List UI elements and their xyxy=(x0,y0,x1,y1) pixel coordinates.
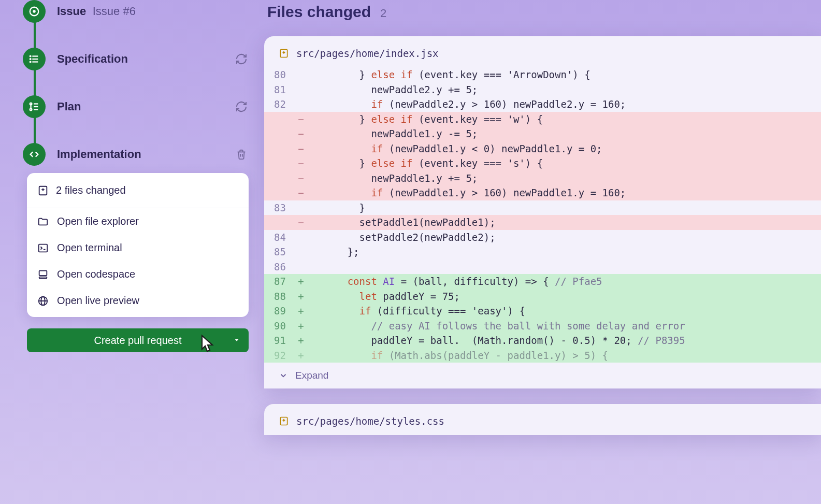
step-title: Issue xyxy=(57,5,86,18)
file-header[interactable]: src/pages/home/index.jsx xyxy=(264,36,821,67)
line-number: 91 xyxy=(264,333,292,348)
file-path: src/pages/home/styles.css xyxy=(296,415,444,427)
code-content: const AI = (ball, difficulty) => { // Pf… xyxy=(310,274,821,289)
diff-marker: − xyxy=(292,171,310,186)
open-terminal[interactable]: Open terminal xyxy=(27,235,249,261)
code-content: paddleY = ball. (Math.random() - 0.5) * … xyxy=(310,333,821,348)
code-content: newPaddle1.y += 5; xyxy=(310,171,821,186)
diff-file-card: src/pages/home/index.jsx 80 } else if (e… xyxy=(264,36,821,388)
diff-marker xyxy=(292,67,310,82)
line-number: 85 xyxy=(264,244,292,260)
open-live-preview[interactable]: Open live preview xyxy=(27,287,249,317)
diff-file-card: src/pages/home/styles.css xyxy=(264,404,821,435)
line-number xyxy=(264,141,292,156)
line-number xyxy=(264,126,292,141)
step-plan[interactable]: Plan xyxy=(10,95,249,118)
svg-marker-24 xyxy=(235,339,239,341)
files-changed-label: 2 files changed xyxy=(56,184,126,196)
line-number: 80 xyxy=(264,67,292,82)
diff-marker: − xyxy=(292,215,310,230)
expand-button[interactable]: Expand xyxy=(264,363,821,388)
timeline-connector xyxy=(34,10,36,150)
diff-line[interactable]: 85 }; xyxy=(264,244,821,260)
diff-code-table: 80 } else if (event.key === 'ArrowDown')… xyxy=(264,67,821,363)
code-content: if (newPaddle1.y > 160) newPaddle1.y = 1… xyxy=(310,185,821,200)
files-changed-summary[interactable]: 2 files changed xyxy=(27,173,249,208)
step-subtitle: Issue #6 xyxy=(93,5,136,18)
code-icon xyxy=(23,143,46,166)
diff-line[interactable]: 83 } xyxy=(264,200,821,215)
cta-label: Create pull request xyxy=(94,335,182,347)
ordered-list-icon xyxy=(23,95,46,118)
code-content: if (difficulty === 'easy') { xyxy=(310,304,821,319)
diff-marker: + xyxy=(292,274,310,289)
diff-line[interactable]: − if (newPaddle1.y < 0) newPaddle1.y = 0… xyxy=(264,141,821,156)
open-file-explorer[interactable]: Open file explorer xyxy=(27,208,249,235)
diff-line[interactable]: 87+ const AI = (ball, difficulty) => { /… xyxy=(264,274,821,289)
line-number: 83 xyxy=(264,200,292,215)
code-content: // easy AI follows the ball with some de… xyxy=(310,319,821,334)
code-content: setPaddle2(newPaddle2); xyxy=(310,230,821,245)
diff-line[interactable]: 82 if (newPaddle2.y > 160) newPaddle2.y … xyxy=(264,97,821,112)
code-content: } else if (event.key === 's') { xyxy=(310,156,821,171)
diff-marker: − xyxy=(292,156,310,171)
svg-point-5 xyxy=(30,56,31,57)
diff-line[interactable]: 84 setPaddle2(newPaddle2); xyxy=(264,230,821,245)
line-number: 92 xyxy=(264,348,292,363)
create-pull-request-button[interactable]: Create pull request xyxy=(27,328,249,352)
diff-line[interactable]: − if (newPaddle1.y > 160) newPaddle1.y =… xyxy=(264,185,821,200)
diff-line[interactable]: 80 } else if (event.key === 'ArrowDown')… xyxy=(264,67,821,82)
svg-rect-19 xyxy=(39,270,47,275)
caret-down-icon[interactable] xyxy=(233,335,240,347)
card-item-label: Open codespace xyxy=(57,268,135,280)
file-header[interactable]: src/pages/home/styles.css xyxy=(264,404,821,435)
svg-point-9 xyxy=(30,109,32,111)
diff-line[interactable]: 90+ // easy AI follows the ball with som… xyxy=(264,319,821,334)
diff-line[interactable]: 89+ if (difficulty === 'easy') { xyxy=(264,304,821,319)
diff-line[interactable]: 81 newPaddle2.y += 5; xyxy=(264,82,821,97)
main-panel: Files changed 2 src/pages/home/index.jsx… xyxy=(264,0,821,504)
diff-line[interactable]: 92+ if (Math.abs(paddleY - paddle1.y) > … xyxy=(264,348,821,363)
line-number: 87 xyxy=(264,274,292,289)
diff-line[interactable]: 88+ let paddleY = 75; xyxy=(264,289,821,304)
svg-rect-17 xyxy=(39,244,48,252)
diff-line[interactable]: − newPaddle1.y -= 5; xyxy=(264,126,821,141)
file-path: src/pages/home/index.jsx xyxy=(296,48,439,59)
code-content xyxy=(310,260,821,275)
code-content: if (newPaddle2.y > 160) newPaddle2.y = 1… xyxy=(310,97,821,112)
refresh-icon[interactable] xyxy=(234,99,249,114)
implementation-card: 2 files changed Open file explorer Open … xyxy=(27,173,249,317)
files-count-badge: 2 xyxy=(380,7,386,20)
line-number xyxy=(264,112,292,127)
code-content: newPaddle2.y += 5; xyxy=(310,82,821,97)
step-issue[interactable]: Issue Issue #6 xyxy=(10,0,249,23)
refresh-icon[interactable] xyxy=(234,52,249,66)
diff-line[interactable]: − } else if (event.key === 'w') { xyxy=(264,112,821,127)
step-specification[interactable]: Specification xyxy=(10,48,249,70)
line-number: 81 xyxy=(264,82,292,97)
diff-line[interactable]: 91+ paddleY = ball. (Math.random() - 0.5… xyxy=(264,333,821,348)
diff-line[interactable]: − newPaddle1.y += 5; xyxy=(264,171,821,186)
diff-marker: − xyxy=(292,185,310,200)
diff-marker xyxy=(292,200,310,215)
step-title: Implementation xyxy=(57,148,141,161)
line-number: 90 xyxy=(264,319,292,334)
diff-line[interactable]: − } else if (event.key === 's') { xyxy=(264,156,821,171)
diff-marker xyxy=(292,230,310,245)
line-number xyxy=(264,156,292,171)
svg-point-8 xyxy=(30,103,32,105)
svg-point-7 xyxy=(30,62,31,63)
timeline: Issue Issue #6 Specification P xyxy=(10,0,249,166)
target-icon xyxy=(23,0,46,23)
diff-marker: + xyxy=(292,348,310,363)
diff-line[interactable]: 86 xyxy=(264,260,821,275)
diff-marker xyxy=(292,260,310,275)
step-implementation[interactable]: Implementation xyxy=(10,143,249,166)
open-codespace[interactable]: Open codespace xyxy=(27,261,249,287)
step-title: Plan xyxy=(57,100,81,113)
card-item-label: Open terminal xyxy=(57,242,122,254)
diff-line[interactable]: − setPaddle1(newPaddle1); xyxy=(264,215,821,230)
trash-icon[interactable] xyxy=(234,147,249,162)
sidebar: Issue Issue #6 Specification P xyxy=(0,0,264,504)
diff-marker: + xyxy=(292,319,310,334)
